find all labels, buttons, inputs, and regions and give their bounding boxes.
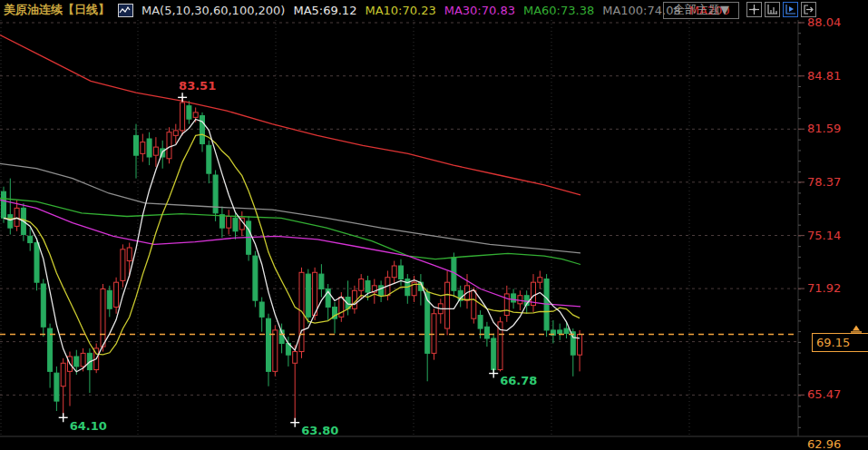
ma10-value: MA10:70.23 bbox=[365, 4, 435, 17]
price-axis-label: 71.92 bbox=[807, 281, 863, 295]
ma-formula-label: MA(5,10,30,60,100,200) bbox=[141, 4, 285, 17]
ma30-value: MA30:70.83 bbox=[444, 4, 515, 17]
extreme-price-label: 66.78 bbox=[500, 374, 537, 387]
extreme-price-label: 64.10 bbox=[70, 419, 107, 433]
ma100-line bbox=[0, 163, 580, 252]
price-arrow-marker bbox=[853, 325, 860, 330]
ma200-line bbox=[0, 35, 580, 195]
chart-tool-icon[interactable] bbox=[783, 2, 798, 17]
kline-chart-canvas[interactable]: 83.5164.1063.8066.78 bbox=[0, 0, 868, 450]
pan-tool-icon[interactable] bbox=[746, 2, 762, 17]
ma60-line bbox=[0, 199, 580, 265]
price-axis-label: 84.81 bbox=[807, 69, 863, 83]
ma5-value: MA5:69.12 bbox=[293, 4, 356, 17]
axis-tool-icon[interactable] bbox=[765, 2, 780, 17]
current-price-label: 69.15 bbox=[812, 333, 868, 352]
ma30-line bbox=[0, 200, 580, 307]
price-axis-label: 78.37 bbox=[807, 175, 863, 189]
price-axis-label: 88.04 bbox=[807, 15, 863, 29]
kline-chart-icon bbox=[118, 4, 133, 17]
trading-app: 83.5164.1063.8066.78 美原油连续【日线】 MA(5,10,3… bbox=[0, 0, 868, 450]
ma-lines-layer bbox=[0, 35, 580, 372]
extreme-price-label: 83.51 bbox=[179, 79, 216, 93]
grid-layer bbox=[0, 20, 798, 436]
extreme-price-label: 63.80 bbox=[301, 424, 338, 437]
symbol-title: 美原油连续【日线】 bbox=[4, 2, 110, 18]
theme-dropdown[interactable]: 全部主题▼ bbox=[663, 2, 739, 19]
price-axis-label: 65.47 bbox=[807, 387, 863, 401]
axis-bottom-label: 62.96 bbox=[807, 437, 863, 450]
price-axis-label: 81.59 bbox=[807, 122, 863, 135]
ma60-value: MA60:73.38 bbox=[523, 4, 594, 17]
price-axis-label: 75.14 bbox=[807, 229, 863, 242]
chart-toolbar bbox=[746, 2, 816, 17]
